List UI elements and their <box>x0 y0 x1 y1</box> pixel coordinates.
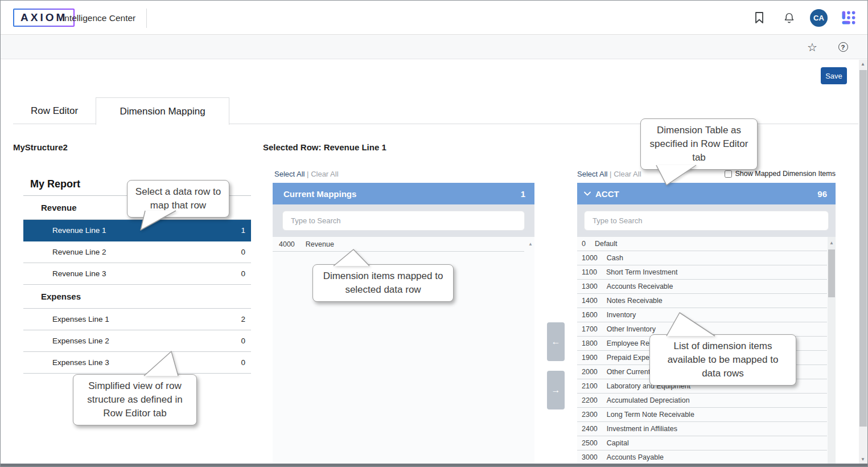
list-scroll-up-icon[interactable]: ▲ <box>528 241 533 247</box>
app-window: AXIOM Intelligence Center CA <box>0 0 868 467</box>
report-row[interactable]: Revenue Line 3 0 <box>23 263 251 285</box>
dimension-item-code: 1700 <box>582 325 598 333</box>
dimension-search-input[interactable] <box>584 211 829 231</box>
report-row[interactable]: Revenue Line 2 0 <box>23 241 251 263</box>
dimension-item-row[interactable]: 1300 Accounts Receivable <box>577 280 827 294</box>
dimension-item-code: 1800 <box>582 339 598 347</box>
dimension-item-row[interactable]: 1100 Short Term Investment <box>577 265 827 280</box>
mapping-item-row[interactable]: 4000 Revenue <box>273 237 524 252</box>
report-row-count: 0 <box>241 358 246 367</box>
dimension-item-name: Short Term Investment <box>606 268 678 276</box>
callout-mapped-items: Dimension items mapped to selected data … <box>312 264 454 302</box>
dimension-item-code: 2300 <box>582 411 598 419</box>
report-row-label: Expenses <box>41 292 81 301</box>
dimension-item-row[interactable]: 1000 Cash <box>577 251 827 265</box>
dimension-panel-toolbar: Select All | Clear All Show Mapped Dimen… <box>577 170 836 183</box>
dimension-search-area <box>577 204 836 237</box>
dimension-panel-links: Select All | Clear All <box>577 170 641 178</box>
callout-dimension-table: Dimension Table as specified in Row Edit… <box>640 118 758 170</box>
app-title: Intelligence Center <box>62 13 135 23</box>
selected-row-heading: Selected Row: Revenue Line 1 <box>263 142 386 152</box>
page-scrollbar[interactable]: ▲ ▼ <box>859 60 867 464</box>
report-row[interactable]: Expenses Line 1 2 <box>23 309 251 330</box>
report-row[interactable]: Expenses Line 3 0 <box>23 352 251 374</box>
page-scroll-up-icon[interactable]: ▲ <box>861 62 865 67</box>
dimension-item-row[interactable]: 2400 Investment in Affiliates <box>577 422 827 436</box>
report-row-count: 0 <box>241 248 246 256</box>
report-row[interactable]: Expenses <box>23 285 251 309</box>
dimension-item-code: 2400 <box>582 425 598 433</box>
report-row-label: Revenue Line 3 <box>52 269 106 278</box>
dimension-item-row[interactable]: 2500 Capital <box>577 436 827 450</box>
page-scroll-down-icon[interactable]: ▼ <box>861 457 865 462</box>
links-divider: | <box>307 170 308 178</box>
report-row[interactable]: Expenses Line 2 0 <box>23 330 251 352</box>
dimension-item-row[interactable]: 0 Default <box>577 237 827 251</box>
show-mapped-checkbox[interactable] <box>725 170 732 178</box>
dimension-item-code: 1000 <box>582 254 598 262</box>
chevron-down-icon[interactable] <box>584 191 591 196</box>
dimension-item-row[interactable]: 2300 Long Term Note Receivable <box>577 408 827 422</box>
dimension-item-code: 2100 <box>582 382 598 390</box>
dimension-list-scrollbar[interactable]: ▲ <box>828 237 836 464</box>
current-mappings-search-area <box>273 204 534 237</box>
report-row-count: 0 <box>241 269 246 278</box>
dimension-item-name: Employee Rec <box>607 339 653 347</box>
report-row-label: Revenue Line 2 <box>52 248 106 256</box>
help-icon[interactable]: ? <box>834 39 851 56</box>
clear-all-link[interactable]: Clear All <box>614 170 641 178</box>
dimension-table-count: 96 <box>817 189 827 199</box>
report-row-label: Revenue <box>41 203 77 212</box>
dimension-item-code: 0 <box>582 240 586 248</box>
tab-dimension-mapping[interactable]: Dimension Mapping <box>96 97 229 125</box>
scrollbar-thumb[interactable] <box>828 249 835 297</box>
window-bottom-edge <box>1 464 867 466</box>
save-button[interactable]: Save <box>821 67 847 84</box>
dimension-item-row[interactable]: 3000 Accounts Payable <box>577 450 827 465</box>
dimension-item-name: Notes Receivable <box>607 297 663 305</box>
current-mappings-header: Current Mappings 1 <box>273 183 534 204</box>
current-mappings-count: 1 <box>521 189 525 199</box>
report-row-count: 2 <box>241 315 246 323</box>
dimension-item-name: Long Term Note Receivable <box>607 411 694 419</box>
show-mapped-checkbox-row: Show Mapped Dimension Items <box>725 170 836 178</box>
notifications-bell-icon[interactable] <box>780 9 797 26</box>
callout-tail <box>330 247 374 268</box>
mapping-item-code: 4000 <box>279 240 295 248</box>
secondary-toolbar: ☆ ? <box>1 35 867 59</box>
current-mappings-search-input[interactable] <box>282 211 525 231</box>
user-avatar[interactable]: CA <box>810 9 828 27</box>
dimension-item-name: Cash <box>607 254 623 262</box>
app-launcher-grid-icon[interactable] <box>840 9 857 26</box>
axiom-logo-text: AXIOM <box>20 11 67 23</box>
page-scrollbar-thumb[interactable] <box>859 70 867 427</box>
dimension-item-row[interactable]: 2200 Accumulated Depreciation <box>577 394 827 408</box>
tab-row-editor[interactable]: Row Editor <box>13 98 96 124</box>
bookmark-icon[interactable] <box>751 9 768 26</box>
report-row-count: 0 <box>241 337 246 345</box>
dimension-item-code: 1600 <box>582 311 598 319</box>
report-row-label: Expenses Line 2 <box>52 337 109 345</box>
select-all-link[interactable]: Select All <box>577 170 607 178</box>
dimension-item-row[interactable]: 1400 Notes Receivable <box>577 294 827 308</box>
report-row-label: Expenses Line 3 <box>52 358 109 367</box>
scroll-up-icon[interactable]: ▲ <box>829 240 834 245</box>
current-mappings-links: Select All | Clear All <box>273 170 534 183</box>
move-left-button[interactable]: ← <box>547 322 565 361</box>
select-all-link[interactable]: Select All <box>274 170 305 178</box>
current-mappings-panel: Select All | Clear All Current Mappings … <box>273 170 534 464</box>
callout-tail <box>136 210 178 232</box>
move-right-button[interactable]: → <box>547 371 565 409</box>
dimension-item-code: 1100 <box>582 268 597 276</box>
header-actions: CA <box>751 1 857 35</box>
favorite-star-icon[interactable]: ☆ <box>804 39 821 56</box>
show-mapped-label: Show Mapped Dimension Items <box>735 170 836 178</box>
dimension-item-name: Capital <box>607 439 629 447</box>
clear-all-link[interactable]: Clear All <box>311 170 338 178</box>
dimension-item-name: Other Current <box>607 368 650 376</box>
dimension-table-header: ACCT 96 <box>577 183 836 204</box>
current-mappings-title: Current Mappings <box>283 189 356 199</box>
dimension-item-code: 2200 <box>582 396 598 404</box>
dimension-item-name: Other Inventory <box>607 325 656 333</box>
dimension-item-name: Accumulated Depreciation <box>607 396 690 404</box>
